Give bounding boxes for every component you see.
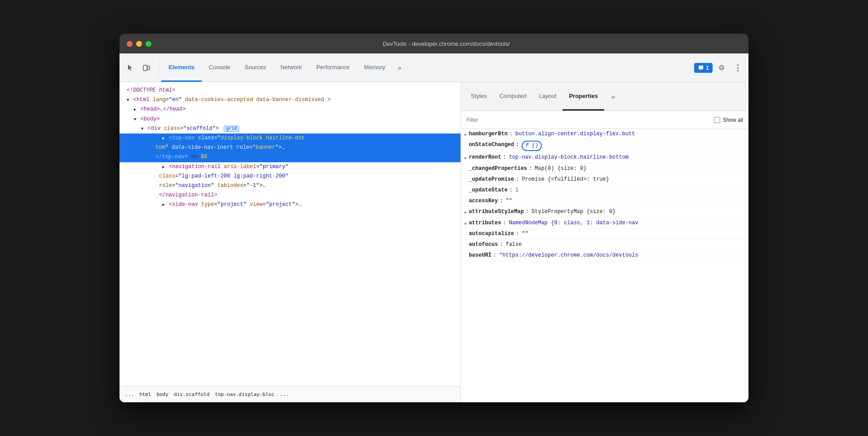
- prop-value: false: [505, 240, 522, 249]
- tab-console[interactable]: Console: [202, 53, 238, 82]
- dom-nav-rail[interactable]: <navigation-rail aria-label="primary": [120, 162, 461, 172]
- prop-base-uri[interactable]: ▶ baseURI : "https://developer.chrome.co…: [461, 250, 748, 261]
- filter-bar: Show all: [461, 111, 748, 129]
- prop-value: "": [522, 230, 528, 238]
- prop-attributes[interactable]: ▶ attributes : NamedNodeMap {0: class, 1…: [461, 218, 748, 229]
- prop-changed-properties[interactable]: ▶ _changedProperties : Map(0) {size: 0}: [461, 164, 748, 174]
- svg-rect-1: [147, 66, 150, 70]
- titlebar: DevTools - developer.chrome.com/docs/dev…: [120, 34, 748, 53]
- show-all-container: Show all: [714, 117, 743, 123]
- expand-icon[interactable]: ▶: [465, 209, 467, 216]
- prop-value: 1: [515, 186, 518, 195]
- triangle-icon[interactable]: [134, 105, 136, 114]
- tab-sources[interactable]: Sources: [238, 53, 274, 82]
- ellipsis-dots: ...: [148, 134, 159, 142]
- more-tabs-button[interactable]: »: [392, 61, 407, 75]
- dom-top-nav[interactable]: ... <top-nav class="display-block hairli…: [120, 133, 461, 143]
- prop-value: "https://developer.chrome.com/docs/devto…: [499, 251, 638, 260]
- dom-nav-rail-2[interactable]: class="lg:pad-left-200 lg:pad-right-200": [120, 172, 461, 181]
- traffic-lights: [127, 41, 151, 47]
- grid-badge: grid: [224, 126, 239, 132]
- sub-tab-styles[interactable]: Styles: [465, 82, 493, 111]
- svg-rect-0: [143, 65, 147, 71]
- devtools-window: DevTools - developer.chrome.com/docs/dev…: [120, 34, 748, 402]
- sub-tab-properties[interactable]: Properties: [562, 82, 604, 111]
- settings-button[interactable]: ⚙: [714, 61, 729, 75]
- prop-hamburger-btn[interactable]: ▶ hamburgerBtn : button.align-center.dis…: [461, 129, 748, 140]
- triangle-icon[interactable]: [141, 125, 143, 133]
- properties-panel: Styles Computed Layout Properties »: [461, 82, 748, 402]
- devtools-main: <!DOCTYPE html> <html lang="en" data-coo…: [120, 82, 748, 402]
- triangle-icon[interactable]: [162, 200, 164, 209]
- properties-list[interactable]: ▶ hamburgerBtn : button.align-center.dis…: [461, 129, 748, 402]
- sub-tabs: Styles Computed Layout Properties »: [461, 82, 748, 111]
- more-options-button[interactable]: ⋮: [731, 61, 745, 75]
- breadcrumb-ellipsis[interactable]: ...: [123, 391, 136, 398]
- chat-badge[interactable]: 1: [694, 63, 713, 73]
- dom-nav-rail-3[interactable]: role="navigation" tabindex="-1">…: [120, 181, 461, 191]
- cursor-tool-button[interactable]: [123, 61, 137, 75]
- prop-value: Promise {<fulfilled>: true}: [522, 175, 609, 184]
- devtools-tabs: Elements Console Sources Network Perform…: [161, 53, 694, 82]
- dom-body[interactable]: <body>: [120, 115, 461, 124]
- dom-html[interactable]: <html lang="en" data-cookies-accepted da…: [120, 95, 461, 105]
- breadcrumb-html[interactable]: html: [137, 391, 153, 398]
- prop-autofocus[interactable]: ▶ autofocus : false: [461, 240, 748, 250]
- window-title: DevTools - developer.chrome.com/docs/dev…: [151, 40, 741, 47]
- tab-performance[interactable]: Performance: [309, 53, 357, 82]
- maximize-button[interactable]: [146, 41, 151, 47]
- close-button[interactable]: [127, 41, 133, 47]
- dom-side-nav[interactable]: <side-nav type="project" view="project">…: [120, 200, 461, 209]
- prop-function-value: f (): [522, 141, 542, 151]
- breadcrumb-body[interactable]: body: [155, 391, 170, 398]
- prop-value: button.align-center.display-flex.butt: [515, 130, 635, 138]
- sub-tab-computed[interactable]: Computed: [493, 82, 532, 111]
- tab-network[interactable]: Network: [273, 53, 309, 82]
- dom-nav-rail-close[interactable]: </navigation-rail>: [120, 191, 461, 200]
- device-toolbar-button[interactable]: [139, 61, 154, 75]
- prop-value: NamedNodeMap {0: class, 1: data-side-nav: [509, 219, 638, 227]
- minimize-button[interactable]: [136, 41, 142, 47]
- triangle-icon[interactable]: [162, 134, 164, 142]
- dom-head[interactable]: <head>…</head>: [120, 105, 461, 114]
- expand-icon[interactable]: ▶: [465, 155, 467, 161]
- triangle-icon[interactable]: [127, 96, 129, 104]
- tab-memory[interactable]: Memory: [357, 53, 392, 82]
- sub-tab-layout[interactable]: Layout: [532, 82, 562, 111]
- breadcrumb-more[interactable]: ...: [278, 391, 291, 398]
- prop-value: Map(0) {size: 0}: [535, 165, 586, 173]
- dom-top-nav-close[interactable]: </top-nav> == $0: [120, 152, 461, 162]
- more-sub-tabs-button[interactable]: »: [606, 89, 620, 104]
- triangle-icon[interactable]: [162, 163, 164, 171]
- prop-on-state-changed[interactable]: ▶ onStateChanged : f (): [461, 140, 748, 152]
- breadcrumb-bar: ... html body div.scaffold top-nav.displ…: [120, 386, 461, 402]
- breadcrumb-topnav[interactable]: top-nav.display-bloc: [213, 391, 276, 398]
- show-all-label: Show all: [723, 117, 743, 123]
- prop-value: StylePropertyMap {size: 0}: [531, 208, 616, 216]
- prop-update-state[interactable]: ▶ _updateState : 1: [461, 185, 748, 196]
- prop-attribute-style-map[interactable]: ▶ attributeStyleMap : StylePropertyMap {…: [461, 207, 748, 218]
- show-all-checkbox[interactable]: [714, 117, 720, 123]
- prop-update-promise[interactable]: ▶ _updatePromise : Promise {<fulfilled>:…: [461, 174, 748, 185]
- breadcrumb-scaffold[interactable]: div.scaffold: [172, 391, 211, 398]
- toolbar-icon-group: [123, 61, 159, 75]
- prop-value: top-nav.display-block.hairline-bottom: [509, 153, 629, 162]
- prop-value: "": [505, 197, 512, 205]
- dom-doctype: <!DOCTYPE html>: [120, 86, 461, 95]
- toolbar-right: 1 ⚙ ⋮: [694, 61, 745, 75]
- filter-input[interactable]: [466, 117, 710, 123]
- elements-panel: <!DOCTYPE html> <html lang="en" data-coo…: [120, 82, 461, 402]
- devtools-panel: Elements Console Sources Network Perform…: [120, 53, 748, 402]
- prop-access-key[interactable]: ▶ accessKey : "": [461, 196, 748, 207]
- dom-tree[interactable]: <!DOCTYPE html> <html lang="en" data-coo…: [120, 82, 461, 386]
- devtools-toolbar: Elements Console Sources Network Perform…: [120, 53, 748, 82]
- prop-autocapitalize[interactable]: ▶ autocapitalize : "": [461, 229, 748, 240]
- expand-icon[interactable]: ▶: [465, 132, 467, 138]
- prop-render-root[interactable]: ▶ renderRoot : top-nav.display-block.hai…: [461, 152, 748, 163]
- triangle-icon[interactable]: [134, 115, 136, 124]
- dom-div-scaffold[interactable]: <div class="scaffold"> grid: [120, 124, 461, 133]
- tab-elements[interactable]: Elements: [161, 53, 202, 82]
- dom-top-nav-2[interactable]: tom" data-side-nav-inert role="banner">…: [120, 143, 461, 152]
- expand-icon[interactable]: ▶: [465, 221, 467, 227]
